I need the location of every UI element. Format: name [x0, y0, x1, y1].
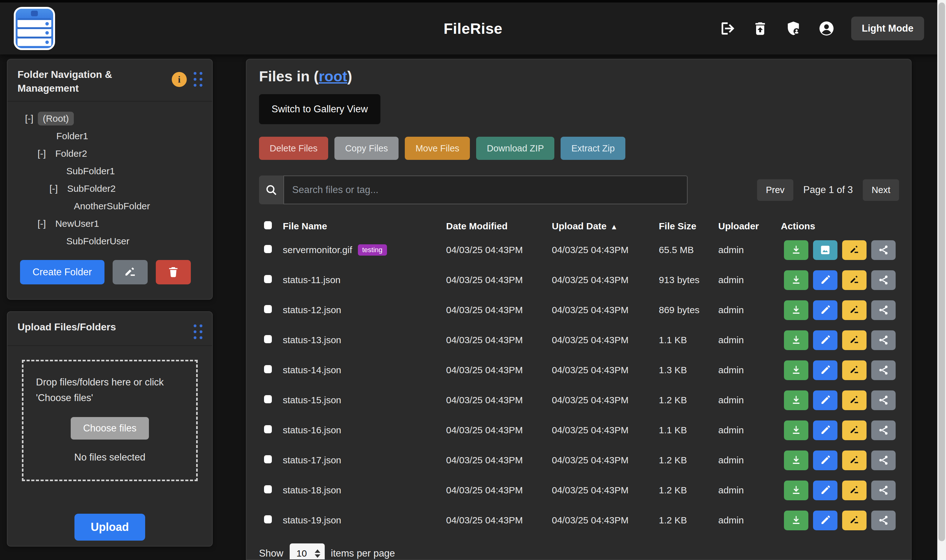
light-mode-toggle-button[interactable]: Light Mode	[851, 17, 924, 40]
tree-label[interactable]: SubFolder2	[62, 182, 121, 195]
tree-toggle[interactable]: [-]	[37, 148, 46, 159]
prev-page-button[interactable]: Prev	[757, 179, 793, 201]
download-button[interactable]	[784, 511, 808, 530]
file-name[interactable]: servermonitor.gif	[283, 245, 352, 255]
drag-handle-icon[interactable]	[194, 325, 203, 340]
share-file-button[interactable]	[871, 511, 896, 530]
download-button[interactable]	[784, 480, 808, 500]
tree-label[interactable]: AnotherSubFolder	[69, 199, 155, 213]
tree-item-folder2[interactable]: [-] Folder2	[8, 145, 206, 162]
rename-file-button[interactable]	[842, 240, 866, 260]
tree-label[interactable]: SubFolder1	[61, 164, 120, 178]
restore-trash-icon[interactable]	[752, 20, 769, 37]
row-checkbox[interactable]	[264, 485, 272, 493]
tree-label[interactable]: Folder1	[51, 129, 93, 143]
row-checkbox[interactable]	[264, 335, 272, 343]
file-name[interactable]: status-11.json	[283, 275, 341, 285]
edit-file-button[interactable]	[813, 330, 837, 350]
column-upload-date[interactable]: Upload Date▲	[552, 221, 659, 231]
edit-file-button[interactable]	[813, 391, 837, 410]
download-button[interactable]	[784, 391, 808, 410]
move-files-button[interactable]: Move Files	[405, 137, 470, 160]
edit-file-button[interactable]	[813, 300, 837, 320]
row-checkbox[interactable]	[264, 455, 272, 463]
edit-file-button[interactable]	[813, 360, 837, 380]
row-checkbox[interactable]	[264, 365, 272, 373]
file-name[interactable]: status-16.json	[283, 425, 341, 435]
share-file-button[interactable]	[871, 480, 896, 500]
edit-file-button[interactable]	[813, 480, 837, 500]
share-file-button[interactable]	[871, 300, 896, 320]
share-file-button[interactable]	[871, 330, 896, 350]
tree-item-root[interactable]: [-] (Root)	[8, 110, 206, 127]
rename-file-button[interactable]	[842, 270, 866, 290]
table-row[interactable]: status-17.json 04/03/25 04:43PM 04/03/25…	[259, 445, 899, 475]
next-page-button[interactable]: Next	[863, 179, 899, 201]
row-checkbox[interactable]	[264, 245, 272, 253]
file-dropzone[interactable]: Drop files/folders here or click 'Choose…	[22, 360, 198, 481]
account-icon[interactable]	[818, 20, 835, 37]
download-zip-button[interactable]: Download ZIP	[476, 137, 554, 160]
rename-file-button[interactable]	[842, 300, 866, 320]
table-row[interactable]: status-13.json 04/03/25 04:43PM 04/03/25…	[259, 325, 899, 355]
rename-file-button[interactable]	[842, 451, 866, 470]
root-folder-link[interactable]: root	[319, 68, 347, 85]
file-name[interactable]: status-13.json	[283, 335, 341, 345]
rename-file-button[interactable]	[842, 360, 866, 380]
share-file-button[interactable]	[871, 420, 896, 440]
column-file-name[interactable]: File Name	[277, 221, 446, 231]
page-scrollbar[interactable]	[937, 0, 946, 560]
download-button[interactable]	[784, 451, 808, 470]
download-button[interactable]	[784, 300, 808, 320]
download-button[interactable]	[784, 360, 808, 380]
download-button[interactable]	[784, 330, 808, 350]
edit-file-button[interactable]	[813, 270, 837, 290]
column-date-modified[interactable]: Date Modified	[446, 221, 552, 231]
rename-file-button[interactable]	[842, 330, 866, 350]
tree-label[interactable]: (Root)	[38, 112, 74, 125]
select-all-checkbox[interactable]	[264, 221, 272, 229]
table-row[interactable]: status-19.json 04/03/25 04:43PM 04/03/25…	[259, 505, 899, 535]
delete-folder-button[interactable]	[156, 260, 191, 285]
row-checkbox[interactable]	[264, 275, 272, 283]
download-button[interactable]	[784, 240, 808, 260]
edit-file-button[interactable]	[813, 511, 837, 530]
switch-gallery-view-button[interactable]: Switch to Gallery View	[259, 94, 380, 124]
rename-file-button[interactable]	[842, 420, 866, 440]
table-row[interactable]: status-18.json 04/03/25 04:43PM 04/03/25…	[259, 475, 899, 505]
choose-files-button[interactable]: Choose files	[71, 417, 149, 440]
share-file-button[interactable]	[871, 270, 896, 290]
file-name[interactable]: status-19.json	[283, 515, 341, 526]
rename-file-button[interactable]	[842, 391, 866, 410]
search-input[interactable]	[283, 175, 688, 204]
file-name[interactable]: status-17.json	[283, 455, 341, 466]
share-file-button[interactable]	[871, 451, 896, 470]
tree-toggle[interactable]: [-]	[49, 183, 58, 194]
preview-image-button[interactable]	[813, 240, 837, 260]
info-icon[interactable]: i	[172, 72, 187, 87]
row-checkbox[interactable]	[264, 515, 272, 523]
table-row[interactable]: status-15.json 04/03/25 04:43PM 04/03/25…	[259, 385, 899, 415]
create-folder-button[interactable]: Create Folder	[20, 260, 105, 285]
table-row[interactable]: status-16.json 04/03/25 04:43PM 04/03/25…	[259, 415, 899, 445]
tree-item-subfolderuser[interactable]: SubFolderUser	[8, 232, 206, 250]
share-file-button[interactable]	[871, 240, 896, 260]
table-row[interactable]: status-14.json 04/03/25 04:43PM 04/03/25…	[259, 355, 899, 385]
tree-item-folder1[interactable]: Folder1	[8, 127, 206, 145]
scrollbar-thumb[interactable]	[938, 3, 945, 541]
edit-file-button[interactable]	[813, 451, 837, 470]
tree-item-subfolder1[interactable]: SubFolder1	[8, 162, 206, 180]
drag-handle-icon[interactable]	[194, 72, 203, 87]
download-button[interactable]	[784, 270, 808, 290]
items-per-page-select[interactable]: 10	[290, 543, 325, 560]
tree-item-anothersubfolder[interactable]: AnotherSubFolder	[8, 197, 206, 215]
rename-file-button[interactable]	[842, 480, 866, 500]
column-file-size[interactable]: File Size	[659, 221, 718, 231]
tree-item-subfolder2[interactable]: [-] SubFolder2	[8, 180, 206, 197]
download-button[interactable]	[784, 420, 808, 440]
row-checkbox[interactable]	[264, 395, 272, 403]
tree-toggle[interactable]: [-]	[25, 113, 34, 124]
delete-files-button[interactable]: Delete Files	[259, 137, 328, 160]
tree-label[interactable]: SubFolderUser	[61, 234, 134, 248]
rename-folder-button[interactable]	[112, 260, 148, 285]
